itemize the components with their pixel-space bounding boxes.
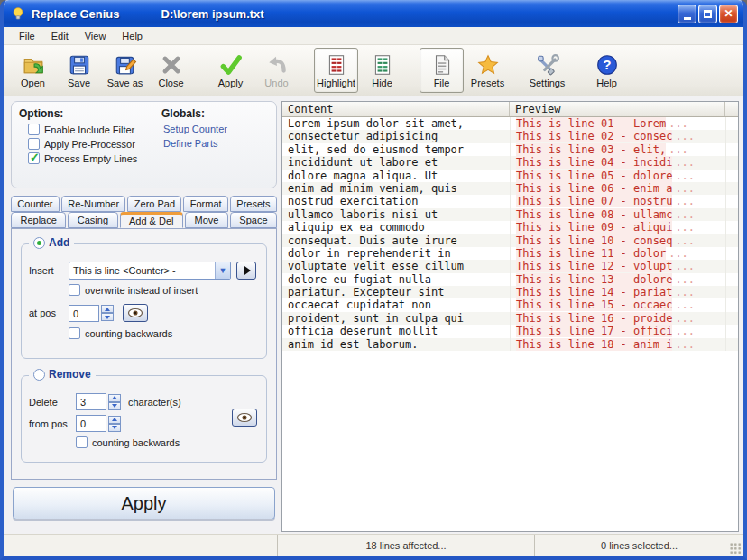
preview-text: This is line 17 - offici — [516, 325, 672, 337]
close-window-button[interactable]: ✕ — [719, 5, 738, 23]
table-row[interactable]: officia deserunt mollitThis is line 17 -… — [282, 325, 738, 337]
eye-icon — [236, 412, 253, 423]
maximize-button[interactable] — [698, 5, 717, 23]
from-pos-up-icon[interactable] — [108, 416, 121, 424]
table-row[interactable]: dolore eu fugiat nullaThis is line 13 - … — [282, 273, 738, 286]
toolbar-button-close[interactable]: Close — [149, 48, 193, 93]
at-pos-down-icon[interactable] — [101, 313, 114, 321]
combo-dropdown-icon[interactable]: ▼ — [215, 262, 230, 279]
eye-icon — [127, 308, 143, 318]
table-row[interactable]: nostrud exercitationThis is line 07 - no… — [282, 195, 738, 207]
preview-text: This is line 03 - elit, — [516, 143, 666, 156]
delete-up-icon[interactable] — [108, 394, 121, 402]
table-row[interactable]: anim id est laborum.This is line 18 - an… — [282, 338, 738, 351]
extra-column-header — [725, 102, 738, 116]
table-row[interactable]: elit, sed do eiusmod temporThis is line … — [282, 143, 738, 156]
open-folder-icon — [22, 53, 45, 77]
preview-cell: This is line 14 - pariat... — [510, 286, 725, 298]
global-link-define-parts[interactable]: Define Parts — [163, 138, 269, 149]
options-globals-box: Options: Enable Include FilterApply Pre-… — [11, 101, 277, 188]
table-row[interactable]: dolore magna aliqua. UtThis is line 05 -… — [282, 170, 738, 182]
menu-bar: FileEditViewHelp — [4, 27, 743, 45]
table-row[interactable]: incididunt ut labore etThis is line 04 -… — [282, 156, 738, 169]
remove-preview-eye-button[interactable] — [232, 409, 257, 427]
toolbar-button-open[interactable]: Open — [11, 48, 55, 93]
extra-cell — [725, 273, 738, 286]
toolbar-button-apply[interactable]: Apply — [208, 48, 253, 93]
toolbar-button-hide[interactable]: Hide — [360, 48, 404, 93]
option-checkbox-enable-include-filter[interactable] — [28, 124, 40, 135]
menu-item-file[interactable]: File — [11, 29, 43, 43]
content-column-header[interactable]: Content — [282, 102, 510, 116]
presets-star-icon — [476, 53, 500, 77]
minimize-button[interactable] — [678, 5, 696, 23]
overwrite-checkbox[interactable] — [69, 284, 80, 296]
add-radio[interactable] — [33, 237, 45, 249]
option-checkbox-apply-pre-processor[interactable] — [28, 138, 40, 150]
from-pos-down-icon[interactable] — [108, 424, 121, 432]
table-row[interactable]: proident, sunt in culpa quiThis is line … — [282, 312, 738, 325]
table-row[interactable]: dolor in reprehenderit inThis is line 11… — [282, 247, 738, 260]
characters-label: character(s) — [128, 397, 181, 408]
tab-casing[interactable]: Casing — [68, 212, 117, 228]
tab-format[interactable]: Format — [183, 196, 228, 212]
menu-item-edit[interactable]: Edit — [43, 29, 77, 43]
globals-title: Globals: — [161, 107, 269, 120]
insert-menu-button[interactable] — [236, 262, 256, 280]
menu-item-help[interactable]: Help — [114, 29, 151, 43]
extra-cell — [725, 338, 738, 351]
table-row[interactable]: ullamco laboris nisi utThis is line 08 -… — [282, 208, 738, 221]
tab-counter[interactable]: Counter — [11, 196, 60, 212]
table-row[interactable]: enim ad minim veniam, quisThis is line 0… — [282, 182, 738, 195]
tab-space[interactable]: Space — [230, 212, 277, 228]
resize-grip[interactable] — [730, 543, 742, 555]
tab-re-number[interactable]: Re-Number — [61, 196, 126, 212]
apply-main-button[interactable]: Apply — [13, 487, 275, 519]
at-pos-input[interactable]: 0 — [69, 305, 99, 322]
table-row[interactable]: consequat. Duis aute irureThis is line 1… — [282, 234, 738, 247]
extra-cell — [725, 286, 738, 298]
insert-combobox[interactable]: This is line <Counter> - ▼ — [69, 262, 231, 280]
add-counting-backwards-checkbox[interactable] — [69, 327, 80, 339]
tab-add-del[interactable]: Add & Del — [120, 212, 183, 228]
add-preview-eye-button[interactable] — [123, 304, 148, 322]
delete-count-input[interactable]: 3 — [76, 393, 106, 410]
table-row[interactable]: aliquip ex ea commodoThis is line 09 - a… — [282, 221, 738, 234]
remove-counting-backwards-checkbox[interactable] — [76, 436, 88, 448]
toolbar-button-saveas[interactable]: Save as — [103, 48, 147, 93]
toolbar-button-file[interactable]: File — [420, 48, 464, 93]
content-cell: dolore magna aliqua. Ut — [282, 170, 510, 182]
toolbar-button-presets[interactable]: Presets — [466, 48, 510, 93]
option-checkbox-process-empty-lines[interactable] — [28, 152, 40, 164]
tab-zero-pad[interactable]: Zero Pad — [127, 196, 181, 212]
tab-move[interactable]: Move — [185, 212, 228, 228]
toolbar-button-save[interactable]: Save — [57, 48, 101, 93]
table-row[interactable]: consectetur adipisicingThis is line 02 -… — [282, 130, 738, 142]
from-pos-input[interactable]: 0 — [76, 415, 106, 432]
toolbar-button-label: Close — [158, 78, 183, 88]
content-cell: voluptate velit esse cillum — [282, 260, 510, 272]
tab-replace[interactable]: Replace — [11, 212, 66, 228]
toolbar-button-label: Hide — [372, 78, 392, 88]
main-area: Options: Enable Include FilterApply Pre-… — [4, 96, 743, 534]
at-pos-up-icon[interactable] — [101, 305, 114, 313]
status-bar: 18 lines affected... 0 lines selected... — [4, 534, 743, 556]
preview-cell: This is line 11 - dolor... — [510, 247, 725, 260]
preview-column-header[interactable]: Preview — [510, 102, 725, 116]
undo-arrow-icon — [265, 53, 289, 77]
global-link-setup-counter[interactable]: Setup Counter — [163, 124, 269, 134]
preview-cell: This is line 18 - anim i... — [510, 338, 725, 351]
table-row[interactable]: pariatur. Excepteur sintThis is line 14 … — [282, 286, 738, 298]
toolbar-button-highlight[interactable]: Highlight — [314, 48, 358, 93]
delete-down-icon[interactable] — [108, 402, 121, 410]
preview-cell: This is line 06 - enim a... — [510, 182, 725, 195]
at-pos-label: at pos — [29, 308, 69, 318]
menu-item-view[interactable]: View — [77, 29, 115, 43]
table-row[interactable]: occaecat cupidatat nonThis is line 15 - … — [282, 298, 738, 311]
table-row[interactable]: voluptate velit esse cillumThis is line … — [282, 260, 738, 272]
toolbar-button-settings[interactable]: Settings — [525, 48, 569, 93]
toolbar-button-help[interactable]: ?Help — [585, 48, 629, 93]
remove-radio[interactable] — [33, 369, 45, 381]
tab-presets[interactable]: Presets — [230, 196, 277, 212]
table-row[interactable]: Lorem ipsum dolor sit amet,This is line … — [282, 117, 738, 130]
